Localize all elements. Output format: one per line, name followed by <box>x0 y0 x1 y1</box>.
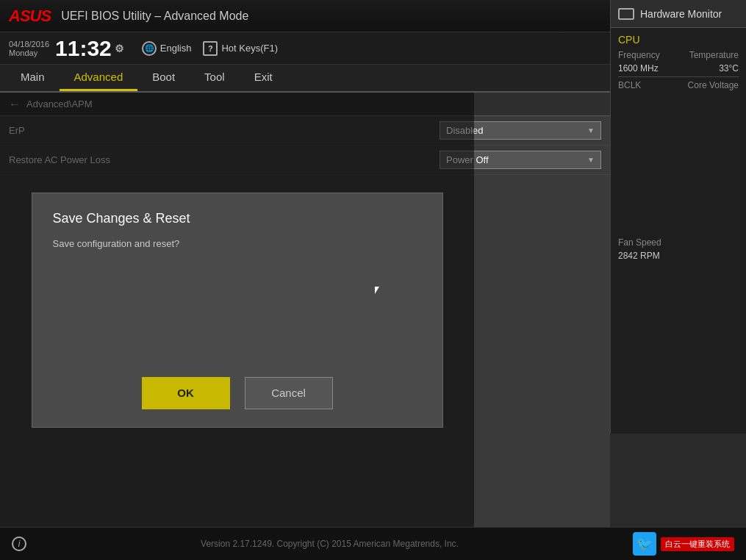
cpu-section-title: CPU <box>618 34 739 46</box>
fan-speed-label: Fan Speed <box>618 237 661 248</box>
nav-advanced[interactable]: Advanced <box>60 65 138 91</box>
watermark-text: 白云一键重装系统 <box>661 537 734 551</box>
main-content: ← Advanced\APM ErP Disabled ▼ Restore AC… <box>0 93 610 527</box>
dialog-buttons: OK Cancel <box>32 359 442 427</box>
restore-ac-dropdown-arrow: ▼ <box>587 156 595 164</box>
hotkeys-label: Hot Keys(F1) <box>221 43 278 54</box>
dialog-overlay: Save Changes & Reset Save configuration … <box>0 93 474 527</box>
dialog-title: Save Changes & Reset <box>32 193 442 235</box>
hotkeys-button[interactable]: ? Hot Keys(F1) <box>203 41 278 56</box>
cpu-section: CPU Frequency Temperature 1600 MHz 33°C … <box>611 28 746 99</box>
version-text: Version 2.17.1249. Copyright (C) 2015 Am… <box>201 539 459 549</box>
day-text: Monday <box>9 49 49 57</box>
hw-monitor-title: Hardware Monitor <box>640 8 722 20</box>
bclk-label: BCLK <box>618 80 641 90</box>
core-voltage-label: Core Voltage <box>688 80 739 90</box>
asus-logo: ASUS <box>9 7 51 26</box>
datetime-display: 04/18/2016 Monday <box>9 40 49 57</box>
fan-speed-value: 2842 RPM <box>618 251 660 261</box>
watermark: 🐦 白云一键重装系统 <box>633 532 734 556</box>
nav-tool[interactable]: Tool <box>190 65 240 91</box>
temperature-label: Temperature <box>689 50 739 60</box>
date-text: 04/18/2016 <box>9 40 49 49</box>
hw-monitor-header: Hardware Monitor <box>611 0 746 28</box>
ok-button[interactable]: OK <box>142 377 230 409</box>
fan-section: Fan Speed 2842 RPM <box>611 231 746 270</box>
bottom-bar: i Version 2.17.1249. Copyright (C) 2015 … <box>0 527 746 560</box>
fan-speed-value-row: 2842 RPM <box>618 251 739 261</box>
cpu-frequency-row: Frequency Temperature <box>618 50 739 60</box>
bclk-voltage-row: BCLK Core Voltage <box>618 80 739 90</box>
gear-icon[interactable]: ⚙ <box>115 43 124 54</box>
save-reset-dialog: Save Changes & Reset Save configuration … <box>32 193 443 428</box>
erp-dropdown-arrow: ▼ <box>587 126 595 134</box>
temperature-value: 33°C <box>719 63 739 73</box>
twitter-icon: 🐦 <box>633 532 656 556</box>
nav-exit[interactable]: Exit <box>240 65 287 91</box>
cpu-values-row: 1600 MHz 33°C <box>618 63 739 73</box>
dialog-message: Save configuration and reset? <box>32 235 442 249</box>
info-icon[interactable]: i <box>12 536 26 551</box>
hardware-monitor-panel: Hardware Monitor CPU Frequency Temperatu… <box>610 0 746 434</box>
language-label: English <box>160 43 192 54</box>
cancel-button[interactable]: Cancel <box>245 377 333 409</box>
time-display: 11:32 ⚙ <box>55 37 124 60</box>
frequency-value: 1600 MHz <box>618 63 659 73</box>
time-text: 11:32 <box>55 37 112 60</box>
frequency-label: Frequency <box>618 50 660 60</box>
nav-main[interactable]: Main <box>6 65 60 91</box>
monitor-icon <box>618 8 634 20</box>
language-button[interactable]: 🌐 English <box>142 41 192 56</box>
bios-title: UEFI BIOS Utility – Advanced Mode <box>61 10 248 23</box>
globe-icon: 🌐 <box>142 41 157 56</box>
help-icon: ? <box>203 41 218 56</box>
nav-boot[interactable]: Boot <box>137 65 190 91</box>
fan-speed-row: Fan Speed <box>618 237 739 248</box>
